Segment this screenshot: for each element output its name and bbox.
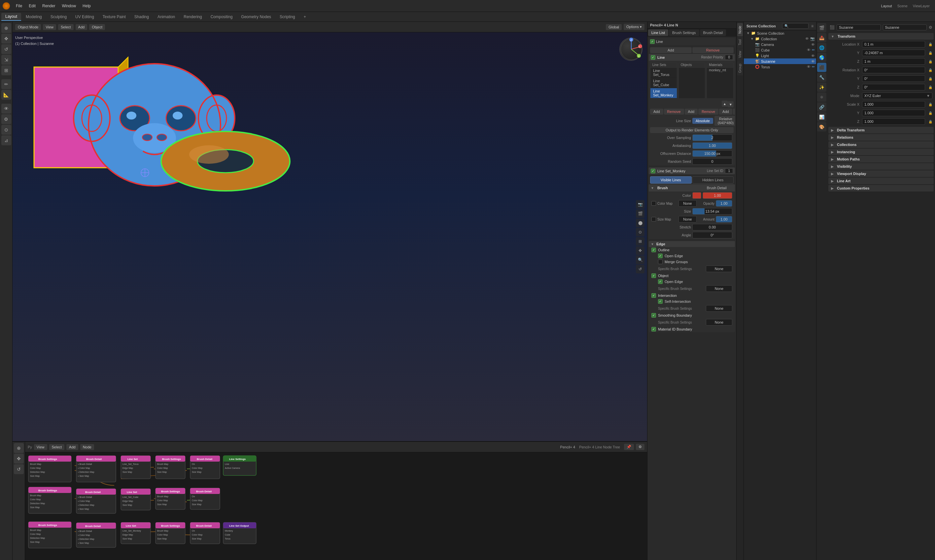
ws-tab-compositing[interactable]: Compositing — [207, 13, 237, 20]
obj-open-edge-checkbox[interactable]: ✓ — [658, 279, 663, 284]
loc-z-lock[interactable]: 🔒 — [928, 60, 932, 63]
tab-brush-settings[interactable]: Brush Settings — [669, 29, 699, 36]
ws-tab-rendering[interactable]: Rendering — [180, 13, 206, 20]
nav-gizmo[interactable]: X Y Z — [620, 38, 643, 61]
node-canvas[interactable]: Brush Settings Brush Map Color Map Detec… — [25, 452, 647, 560]
outliner-camera[interactable]: 📷 Camera 👁 — [744, 42, 816, 47]
add-btn[interactable]: Add — [75, 24, 88, 30]
outliner-torus[interactable]: ⭕ Torus 👁 ✏ — [744, 64, 816, 70]
side-tab-tool[interactable]: Tool — [737, 37, 743, 48]
collections-section[interactable]: ▶ Collections — [828, 141, 933, 148]
menu-help[interactable]: Help — [79, 2, 94, 9]
motion-paths-section[interactable]: ▶ Motion Paths — [828, 156, 933, 162]
node-options-btn[interactable]: ⚙ — [636, 444, 644, 450]
remove-line-btn[interactable]: Remove — [692, 47, 734, 53]
visible-lines-btn[interactable]: Visible Lines — [650, 176, 692, 183]
scale-z-value[interactable]: 1.000 — [862, 118, 925, 125]
loc-z-value[interactable]: 1 m — [862, 58, 925, 65]
outline-specific-value[interactable]: None — [706, 266, 732, 272]
viewport-display-section[interactable]: ▶ Viewport Display — [828, 171, 933, 177]
sizemap-value[interactable]: None — [678, 216, 697, 223]
menu-file[interactable]: File — [12, 2, 25, 9]
object-btn[interactable]: Object — [89, 24, 105, 30]
blend-amo-field[interactable]: 1.00 — [703, 192, 732, 199]
ws-tab-texture[interactable]: Texture Paint — [99, 13, 130, 20]
vp-move-btn[interactable]: ✥ — [636, 246, 644, 255]
intersect-specific-value[interactable]: None — [706, 305, 732, 312]
node-tool-2[interactable]: ✥ — [14, 454, 24, 463]
relations-section[interactable]: ▶ Relations — [828, 134, 933, 141]
line-art-section[interactable]: ▶ Line Art — [828, 178, 933, 184]
outline-checkbox[interactable]: ✓ — [651, 248, 656, 252]
sizemap-checkbox[interactable] — [651, 217, 656, 222]
line-section-checkbox[interactable]: ✓ — [651, 55, 655, 60]
scroll-up-btn[interactable]: ▲ — [722, 101, 727, 107]
vp-camera-btn[interactable]: 📷 — [636, 200, 644, 209]
transform-title[interactable]: ▼ Transform — [828, 33, 933, 40]
props-physics-icon[interactable]: ⚛ — [817, 92, 826, 102]
object-name-field[interactable]: Suzanne — [837, 25, 881, 30]
cam-eye-icon[interactable]: 👁 — [811, 43, 815, 46]
scale-y-lock[interactable]: 🔒 — [928, 111, 932, 115]
ws-tab-shading[interactable]: Shading — [131, 13, 153, 20]
vp-rotate-btn[interactable]: ↺ — [636, 265, 644, 273]
custom-properties-section[interactable]: ▶ Custom Properties — [828, 185, 933, 192]
smoothing-checkbox[interactable]: ✓ — [651, 313, 656, 318]
side-tab-view[interactable]: View — [737, 48, 743, 61]
rot-z-value[interactable]: 0° — [862, 84, 925, 91]
scale-z-lock[interactable]: 🔒 — [928, 120, 932, 123]
tool-view3d[interactable]: 👁 — [2, 104, 11, 114]
node-editor[interactable]: Py View Select Add Node Pencil+ 4 Pencil… — [25, 442, 647, 560]
side-tab-node[interactable]: Node — [737, 23, 743, 36]
outliner-light[interactable]: 💡 Light 👁 — [744, 53, 816, 58]
ws-tab-sculpting[interactable]: Sculpting — [46, 13, 71, 20]
outliner-scene-collection[interactable]: ▼ 📁 Scene Collection — [744, 30, 816, 36]
rot-y-value[interactable]: 0° — [862, 75, 925, 82]
tool-move[interactable]: ✥ — [2, 34, 11, 44]
colormap-value[interactable]: None — [678, 200, 697, 207]
color-swatch[interactable] — [692, 192, 701, 199]
ws-tab-add[interactable]: + — [300, 13, 310, 20]
render-priority-value[interactable]: 0 — [725, 55, 733, 60]
scale-y-value[interactable]: 1.000 — [862, 109, 925, 116]
scale-x-lock[interactable]: 🔒 — [928, 103, 932, 106]
vp-xray-btn[interactable]: ⊞ — [636, 237, 644, 246]
props-constraints-icon[interactable]: 🔗 — [817, 102, 826, 112]
scale-x-value[interactable]: 1.000 — [862, 101, 925, 108]
props-render-icon[interactable]: 🎬 — [817, 23, 826, 32]
select-btn[interactable]: Select — [58, 24, 74, 30]
tab-brush-detail[interactable]: Brush Detail — [700, 29, 726, 36]
loc-y-lock[interactable]: 🔒 — [928, 51, 932, 55]
self-intersection-checkbox[interactable]: ✓ — [658, 299, 663, 304]
props-material-icon[interactable]: 🎨 — [817, 122, 826, 131]
lineset-monkey-checkbox[interactable]: ✓ — [651, 169, 655, 173]
light-eye-icon[interactable]: 👁 — [811, 54, 815, 58]
node-pin-btn[interactable]: 📌 — [624, 444, 634, 450]
ws-tab-animation[interactable]: Animation — [154, 13, 179, 20]
oversampling-value[interactable]: 2 — [692, 134, 732, 141]
brush-detail-btn[interactable]: Brush Detail — [700, 185, 733, 191]
size-value[interactable]: 13.54 px — [692, 208, 732, 215]
outliner-cube[interactable]: ⬛ Cube 👁 ✏ — [744, 47, 816, 53]
tool-scale[interactable]: ⇲ — [2, 55, 11, 65]
object-mode-btn[interactable]: Object Mode — [15, 24, 41, 30]
antialiasing-value[interactable]: 1.00 — [692, 142, 732, 149]
line-set-monkey[interactable]: Line Set_Monkey — [651, 88, 677, 98]
remove-obj-btn[interactable]: Remove — [698, 109, 718, 115]
stretch-value[interactable]: 0.00 — [692, 224, 732, 231]
outliner-filter-btn[interactable]: ≡ — [811, 24, 814, 28]
object-data-field[interactable]: Suzanne — [883, 25, 927, 30]
props-output-icon[interactable]: 📤 — [817, 33, 826, 42]
rot-mode-value[interactable]: XYZ Euler ▼ — [862, 92, 932, 99]
line-set-torus[interactable]: Line Set_Torus — [651, 68, 677, 78]
loc-x-lock[interactable]: 🔒 — [928, 43, 932, 46]
node-select-btn[interactable]: Select — [49, 444, 65, 450]
visibility-section[interactable]: ▶ Visibility — [828, 163, 933, 170]
rot-x-lock[interactable]: 🔒 — [928, 68, 932, 72]
angle-value[interactable]: 0° — [692, 232, 732, 238]
tool-measure[interactable]: 📐 — [2, 90, 11, 100]
node-node-btn[interactable]: Node — [80, 444, 94, 450]
vp-zoom-btn[interactable]: 🔍 — [636, 255, 644, 264]
offscreen-value[interactable]: 150.00 px — [692, 150, 732, 157]
ws-tab-uv[interactable]: UV Editing — [71, 13, 98, 20]
